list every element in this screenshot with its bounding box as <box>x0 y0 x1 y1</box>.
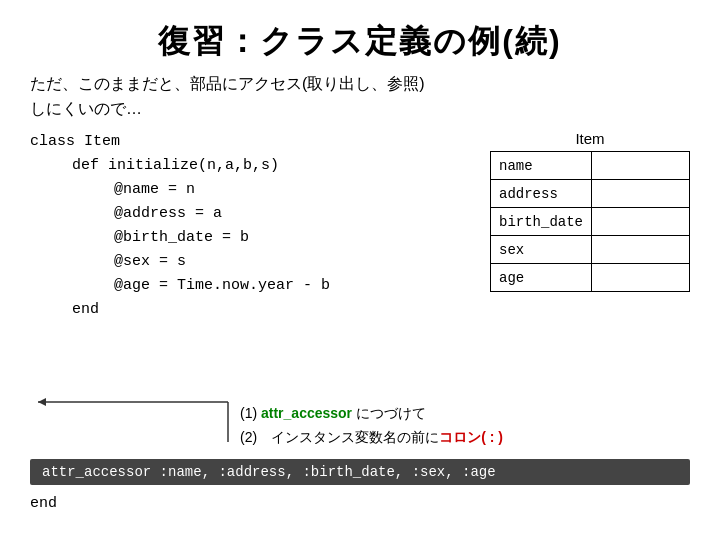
callout-line1-suffix: につづけて <box>352 405 426 421</box>
table-row-age: age <box>491 264 690 292</box>
table-cell-sex-value <box>592 236 690 264</box>
attr-section: attr_accessor :name, :address, :birth_da… <box>30 459 690 485</box>
table-area: Item name address birth_date <box>490 130 690 292</box>
table-row-name: name <box>491 152 690 180</box>
callout-line1-highlight: attr_accessor <box>261 405 352 421</box>
table-cell-birth-date-value <box>592 208 690 236</box>
page: 復習：クラス定義の例(続) ただ、このままだと、部品にアクセス(取り出し、参照)… <box>0 0 720 540</box>
table-row-address: address <box>491 180 690 208</box>
item-label: Item <box>490 130 690 147</box>
svg-marker-2 <box>38 398 46 406</box>
table-cell-address-label: address <box>491 180 592 208</box>
table-cell-name-label: name <box>491 152 592 180</box>
attr-line: attr_accessor :name, :address, :birth_da… <box>42 464 496 480</box>
table-cell-age-value <box>592 264 690 292</box>
end-class-line: end <box>30 495 57 512</box>
table-cell-age-label: age <box>491 264 592 292</box>
table-row-sex: sex <box>491 236 690 264</box>
content-area: class Item def initialize(n,a,b,s) @name… <box>30 130 690 322</box>
table-cell-birth-date-label: birth_date <box>491 208 592 236</box>
callout-box: (1) attr_accessor につづけて (2) インスタンス変数名の前に… <box>240 402 630 450</box>
table-cell-sex-label: sex <box>491 236 592 264</box>
table-row-birth-date: birth_date <box>491 208 690 236</box>
end-def-line: end <box>30 298 690 322</box>
table-cell-name-value <box>592 152 690 180</box>
subtitle-line1: ただ、このままだと、部品にアクセス(取り出し、参照) <box>30 74 690 95</box>
item-table: name address birth_date sex <box>490 151 690 292</box>
attr-bar: attr_accessor :name, :address, :birth_da… <box>30 459 690 485</box>
callout-line1: (1) attr_accessor につづけて <box>240 402 630 426</box>
callout-line2-highlight: コロン( : ) <box>439 429 503 445</box>
subtitle-line2: しにくいので… <box>30 99 690 120</box>
callout-line1-prefix: (1) <box>240 405 261 421</box>
callout-line2-prefix: (2) インスタンス変数名の前に <box>240 429 439 445</box>
callout-line2: (2) インスタンス変数名の前にコロン( : ) <box>240 426 630 450</box>
end-class-section: end <box>30 493 57 512</box>
arrow-svg <box>28 392 258 452</box>
table-cell-address-value <box>592 180 690 208</box>
page-title: 復習：クラス定義の例(続) <box>30 20 690 64</box>
